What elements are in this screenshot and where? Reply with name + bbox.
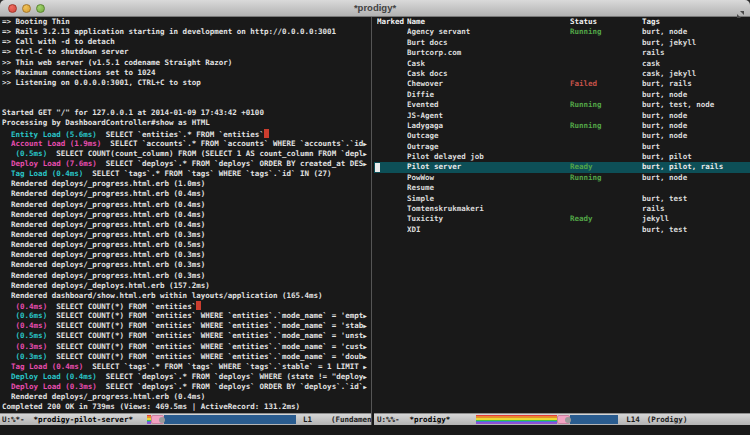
cell-name: Resume xyxy=(407,183,570,193)
cell-tags: cask xyxy=(642,59,750,69)
cell-tags: burt, node xyxy=(642,173,750,183)
process-row[interactable]: Burtcorp.comrails xyxy=(374,48,750,58)
rails-log-buffer[interactable]: => Booting Thin=> Rails 3.2.13 applicati… xyxy=(0,17,371,413)
prodigy-pane: Marked Name Status Tags Agency servantRu… xyxy=(374,17,750,425)
nyan-rainbow-icon xyxy=(476,415,557,424)
buffer-name: *prodigy-pilot-server* xyxy=(34,415,133,424)
process-row[interactable]: Pilot serverReadyburt, pilot, rails xyxy=(374,162,750,172)
cell-name: Chewover xyxy=(407,79,570,89)
cell-tags: burt, test, node xyxy=(642,100,750,110)
truncation-arrow-icon: ▶ xyxy=(363,322,367,329)
cell-status xyxy=(570,38,642,48)
cell-name: Cask docs xyxy=(407,69,570,79)
cell-tags: rails xyxy=(642,204,750,214)
cell-marked xyxy=(377,194,407,204)
log-line: Entity Load (5.6ms) SELECT `entities`.* … xyxy=(2,129,371,139)
cell-name: Tomtenskrukmakeri xyxy=(407,204,570,214)
log-line: => Booting Thin xyxy=(2,17,371,27)
cell-marked xyxy=(377,225,407,235)
cell-name: Pilot server xyxy=(407,162,570,172)
process-row[interactable]: Outcageburt, node xyxy=(374,131,750,141)
cell-status xyxy=(570,90,642,100)
nyan-space-bar xyxy=(164,415,296,424)
cell-tags xyxy=(642,183,750,193)
process-row[interactable]: XDIburt, test xyxy=(374,225,750,235)
nyan-cat-icon xyxy=(557,415,570,424)
zoom-button-icon[interactable] xyxy=(36,4,45,13)
truncation-arrow-icon: ▶ xyxy=(363,353,367,360)
process-row[interactable]: ChewoverFailedburt, rails xyxy=(374,79,750,89)
process-row[interactable]: Caskcask xyxy=(374,59,750,69)
prodigy-process-table[interactable]: Marked Name Status Tags Agency servantRu… xyxy=(374,17,750,413)
cell-status: Ready xyxy=(570,162,642,172)
process-row[interactable]: Outrageburt xyxy=(374,142,750,152)
truncation-arrow-icon: ▶ xyxy=(363,140,367,147)
cell-status: Failed xyxy=(570,79,642,89)
log-line: Rendered deploys/_progress.html.erb (0.4… xyxy=(2,210,371,220)
cell-marked xyxy=(377,69,407,79)
cell-tags: cask, jekyll xyxy=(642,69,750,79)
cell-status xyxy=(570,204,642,214)
log-line: Rendered deploys/_progress.html.erb (0.4… xyxy=(2,220,371,230)
major-mode: (Prodigy) xyxy=(647,415,688,424)
cell-tags: burt, pilot, rails xyxy=(642,162,750,172)
cell-status xyxy=(570,152,642,162)
process-row[interactable]: TuxicityReadyjekyll xyxy=(374,214,750,224)
log-line: Rendered deploys/_progress.html.erb (0.3… xyxy=(2,250,371,260)
cell-marked xyxy=(377,100,407,110)
process-row[interactable]: JS-Agentburt, node xyxy=(374,111,750,121)
log-line: (0.5ms) SELECT COUNT(count_column) FROM … xyxy=(2,149,371,159)
log-line xyxy=(2,88,371,98)
cell-name: PowWow xyxy=(407,173,570,183)
emacs-window: *prodigy* => Booting Thin=> Rails 3.2.13… xyxy=(0,0,750,435)
log-line: Tag Load (0.4ms) SELECT `tags`.* FROM `t… xyxy=(2,362,371,372)
nyan-cat-icon xyxy=(151,415,164,424)
process-row[interactable]: Diffieburt, node xyxy=(374,90,750,100)
echo-area xyxy=(0,425,750,435)
process-row[interactable]: Cask docscask, jekyll xyxy=(374,69,750,79)
cell-tags: jekyll xyxy=(642,214,750,224)
header-marked: Marked xyxy=(377,17,407,27)
process-row[interactable]: LadygagaRunningburt, node xyxy=(374,121,750,131)
window-title: *prodigy* xyxy=(354,2,396,13)
log-line: (0.4ms) SELECT COUNT(*) FROM `entities` … xyxy=(2,321,371,331)
log-pane: => Booting Thin=> Rails 3.2.13 applicati… xyxy=(0,17,371,425)
left-modeline[interactable]: U:%*- *prodigy-pilot-server* L1 (Fundame… xyxy=(0,413,371,425)
line-number: L1 xyxy=(303,415,312,424)
truncation-arrow-icon: ▶ xyxy=(363,343,367,350)
emacs-cursor xyxy=(375,163,380,172)
cell-tags: burt, jekyll xyxy=(642,38,750,48)
modeline-flags: U:%*- xyxy=(2,415,25,424)
process-row[interactable]: Resume xyxy=(374,183,750,193)
fullscreen-icon[interactable] xyxy=(736,4,745,13)
log-line: => Call with -d to detach xyxy=(2,37,371,47)
log-line: Tag Load (0.4ms) SELECT `tags`.* FROM `t… xyxy=(2,169,371,179)
process-row[interactable]: Agency servantRunningburt, node xyxy=(374,27,750,37)
cell-marked xyxy=(377,173,407,183)
log-line: Rendered deploys/_progress.html.erb (0.5… xyxy=(2,240,371,250)
cell-marked xyxy=(377,27,407,37)
truncation-arrow-icon: ▶ xyxy=(363,312,367,319)
process-row[interactable]: EventedRunningburt, test, node xyxy=(374,100,750,110)
right-modeline[interactable]: U:%%- *prodigy* L14 (Prodigy) xyxy=(374,413,750,425)
process-row[interactable]: Tomtenskrukmakerirails xyxy=(374,204,750,214)
window-controls xyxy=(8,4,45,13)
process-row[interactable]: Pilot delayed jobburt, pilot xyxy=(374,152,750,162)
editor-split: => Booting Thin=> Rails 3.2.13 applicati… xyxy=(0,17,750,425)
log-line: Rendered deploys/_progress.html.erb (0.4… xyxy=(2,392,371,402)
process-row[interactable]: PowWowRunningburt, node xyxy=(374,173,750,183)
cell-status xyxy=(570,59,642,69)
cell-name: XDI xyxy=(407,225,570,235)
cell-tags: burt, rails xyxy=(642,79,750,89)
log-line: => Ctrl-C to shutdown server xyxy=(2,47,371,57)
cell-tags: burt, node xyxy=(642,90,750,100)
close-button-icon[interactable] xyxy=(8,4,17,13)
cell-name: Outcage xyxy=(407,131,570,141)
nyan-progress-bar xyxy=(476,415,618,424)
cell-tags: burt, node xyxy=(642,121,750,131)
cell-marked xyxy=(377,204,407,214)
cell-marked xyxy=(377,183,407,193)
minimize-button-icon[interactable] xyxy=(22,4,31,13)
process-row[interactable]: Simpleburt, test xyxy=(374,194,750,204)
process-row[interactable]: Burt docsburt, jekyll xyxy=(374,38,750,48)
